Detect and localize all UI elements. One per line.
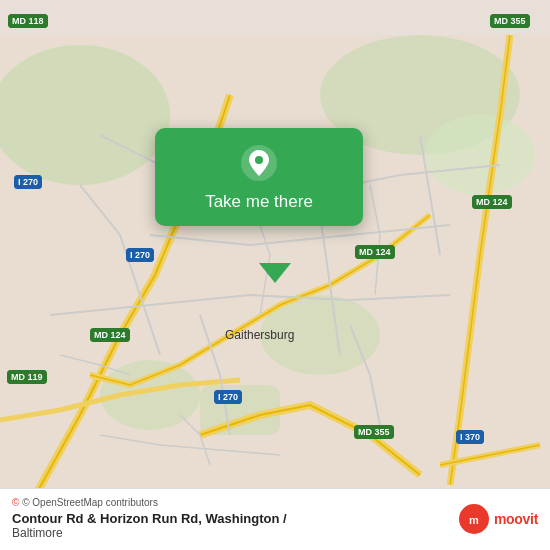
road-badge-md355-top: MD 355 bbox=[490, 14, 530, 28]
road-badge-md124-lower: MD 124 bbox=[90, 328, 130, 342]
road-badge-i270-lower: I 270 bbox=[214, 390, 242, 404]
road-badge-md124-mid: MD 124 bbox=[355, 245, 395, 259]
popup-card[interactable]: Take me there bbox=[155, 128, 363, 226]
moovit-logo: m moovit bbox=[458, 503, 538, 535]
location-info: © © OpenStreetMap contributors Contour R… bbox=[12, 497, 287, 540]
svg-text:m: m bbox=[469, 514, 479, 526]
location-name: Contour Rd & Horizon Run Rd, Washington … bbox=[12, 511, 287, 526]
svg-point-9 bbox=[255, 156, 263, 164]
moovit-text: moovit bbox=[494, 511, 538, 527]
map-svg bbox=[0, 0, 550, 550]
location-pin-icon bbox=[240, 144, 278, 182]
city-label: Gaithersburg bbox=[225, 328, 294, 342]
osm-credit: © © OpenStreetMap contributors bbox=[12, 497, 287, 508]
moovit-logo-icon: m bbox=[458, 503, 490, 535]
map-container: MD 355 MD 118 I 270 MD 124 MD 124 I 270 … bbox=[0, 0, 550, 550]
location-sub: Baltimore bbox=[12, 526, 287, 540]
road-badge-md118: MD 118 bbox=[8, 14, 48, 28]
road-badge-md124-right: MD 124 bbox=[472, 195, 512, 209]
road-badge-i370: I 370 bbox=[456, 430, 484, 444]
svg-point-5 bbox=[425, 115, 535, 195]
road-badge-md355-lower: MD 355 bbox=[354, 425, 394, 439]
popup-label: Take me there bbox=[205, 192, 313, 212]
road-badge-i270-mid: I 270 bbox=[126, 248, 154, 262]
road-badge-md119: MD 119 bbox=[7, 370, 47, 384]
road-badge-i270-top: I 270 bbox=[14, 175, 42, 189]
bottom-bar: © © OpenStreetMap contributors Contour R… bbox=[0, 488, 550, 550]
